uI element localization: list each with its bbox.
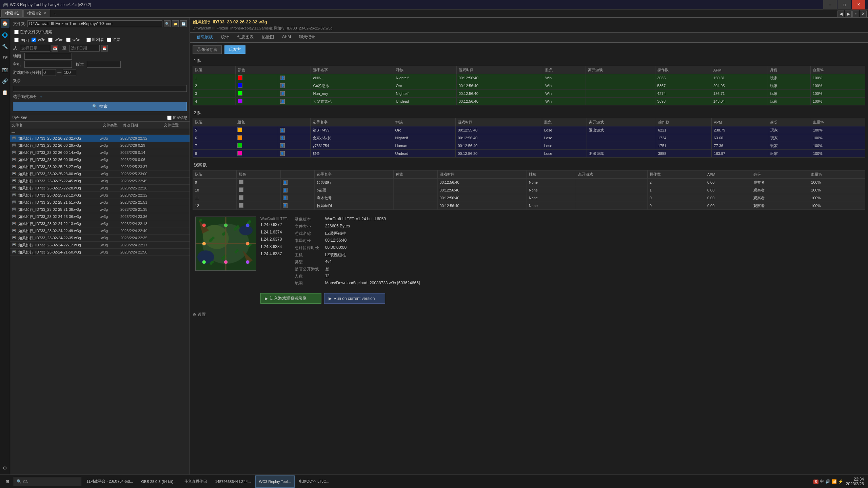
folder-refresh-button[interactable]: 🔄 (180, 20, 187, 27)
maximize-button[interactable]: □ (837, 0, 851, 9)
w3g-checkbox[interactable] (32, 38, 36, 42)
file-list-item[interactable]: 🎮 如风如行_ID733_23-02-24-23-36.w3g .w3g 202… (10, 213, 190, 220)
table-row[interactable]: 11 👤 麻木七号 00:12:56:40 None 0 0.00 观察者 10… (193, 194, 865, 202)
taskbar-item[interactable]: 斗鱼直播伴侣 (181, 475, 211, 488)
minimize-button[interactable]: ─ (823, 0, 837, 9)
table-row[interactable]: 12 👤 拉风deDH 00:12:56:40 None 0 0.00 观察者 … (193, 202, 865, 210)
right-tab-热量图[interactable]: 热量图 (258, 33, 278, 42)
nav-close-button[interactable]: ✕ (860, 11, 867, 17)
right-tab-动态图表[interactable]: 动态图表 (233, 33, 258, 42)
date-from-input[interactable] (20, 45, 50, 52)
nav-home-button[interactable]: ↕ (852, 11, 859, 17)
file-list-item[interactable]: 🎮 如风如行_ID733_23-02-26-00-29.w3g .w3g 202… (10, 142, 190, 149)
duration-min-input[interactable] (42, 69, 56, 76)
table-row[interactable]: 2 👤 Gu乙恩冰 Orc 00:12:56:40 Win 5367 204.9… (193, 82, 865, 90)
red-checkbox-label[interactable]: 红票 (107, 37, 120, 43)
taskbar-item[interactable]: WC3 Replay Tool... (255, 475, 295, 488)
tab-close-icon[interactable]: ✕ (43, 11, 46, 16)
table-row[interactable]: 3 👤 Nun_nuy Nightelf 00:12:56:40 Win 427… (193, 90, 865, 98)
winner-checkbox-label[interactable]: 胜利者 (86, 37, 104, 43)
nav-next-button[interactable]: ▶ (845, 11, 852, 17)
file-list-item[interactable]: 🎮 如风如行_ID733_23-02-25-22-12.w3g .w3g 202… (10, 192, 190, 199)
taskbar-item[interactable]: 电信QC>>·LT3C... (295, 475, 333, 488)
file-list-item[interactable]: — (10, 129, 190, 135)
taskbar-item[interactable]: 11对战平台 - 2.6.0 (64-bit)... (83, 475, 137, 488)
sub-tab-recorder[interactable]: 录像保存者 (193, 45, 222, 54)
file-list-item[interactable]: 🎮 如风如行_ID733_23-02-25-23-27.w3g .w3g 202… (10, 163, 190, 170)
date-to-picker[interactable]: 📅 (101, 45, 108, 52)
subdir-checkbox-label[interactable]: 在子文件夹中搜索 (14, 29, 52, 35)
browse-button[interactable]: 🔍 (164, 20, 171, 27)
table-row[interactable]: 1 👤 oNiN_ Nightelf 00:12:56:40 Win 3035 … (193, 74, 865, 82)
file-list-item[interactable]: 🎮 如风如行_ID733_23-02-24-21-50.w3g .w3g 202… (10, 249, 190, 256)
tab-search-1[interactable]: 搜索 #1 (1, 9, 23, 17)
file-list-item[interactable]: 🎮 如风如行_ID733_23-02-26-22-32.w3g .w3g 202… (10, 135, 190, 142)
file-list-item[interactable]: 🎮 如风如行_ID733_23-02-24-22-17.w3g .w3g 202… (10, 242, 190, 249)
file-list-item[interactable]: 🎮 如风如行_ID733_23-02-24-22-49.w3g .w3g 202… (10, 227, 190, 235)
close-button[interactable]: ✕ (852, 0, 865, 9)
add-filter-button[interactable]: + (40, 95, 42, 99)
date-from-picker[interactable]: 📅 (52, 45, 58, 52)
nav-tools[interactable]: 🔧 (1, 42, 9, 51)
file-list-item[interactable]: 🎮 如风如行_ID733_23-02-26-00-06.w3g .w3g 202… (10, 156, 190, 163)
w3m-checkbox-label[interactable]: .w3m (48, 37, 63, 43)
taskbar-search[interactable]: 🔍 CN (14, 477, 81, 486)
table-row[interactable]: 5 👤 箱BT7499 Orc 00:12:55:40 Lose 退出游戏 62… (193, 126, 865, 134)
mpq-checkbox[interactable] (14, 38, 19, 42)
right-tab-聊天记录[interactable]: 聊天记录 (295, 33, 319, 42)
table-row[interactable]: 10 👤 b选票 00:12:56:40 None 1 0.00 观察者 100… (193, 186, 865, 194)
table-row[interactable]: 6 👤 盒家小队长 Nightelf 00:12:56:40 Lose 1724… (193, 134, 865, 142)
tab-search-2[interactable]: 搜索 #2 ✕ (23, 9, 51, 17)
subdir-checkbox[interactable] (14, 30, 19, 34)
version-input[interactable] (87, 61, 121, 68)
nav-settings[interactable]: ⚙ (1, 464, 9, 472)
taskbar-item[interactable]: 14579668644-LZ44... (211, 475, 254, 488)
winner-checkbox[interactable] (86, 38, 91, 42)
file-list-item[interactable]: 🎮 如风如行_ID733_23-02-26-00-14.w3g .w3g 202… (10, 149, 190, 156)
nav-game-link[interactable]: 🔗 (1, 77, 9, 85)
settings-link[interactable]: ⚙ 设置 (193, 312, 865, 318)
nav-online-replay[interactable]: 🌐 (1, 30, 9, 39)
file-path-input[interactable] (27, 20, 162, 27)
right-tab-APM[interactable]: APM (278, 33, 295, 42)
file-list-item[interactable]: 🎮 如风如行_ID733_23-02-25-21-38.w3g .w3g 202… (10, 206, 190, 213)
nav-local-replay[interactable]: 🏠 (1, 19, 9, 28)
file-list-item[interactable]: 🎮 如风如行_ID733_23-02-24-22-35.w3g .w3g 202… (10, 235, 190, 242)
mpq-checkbox-label[interactable]: .mpq (14, 37, 29, 43)
w3m-checkbox[interactable] (48, 38, 53, 42)
duration-max-input[interactable] (63, 69, 76, 76)
file-list-item[interactable]: 🎮 如风如行_ID733_23-02-25-23-00.w3g .w3g 202… (10, 170, 190, 178)
date-to-input[interactable] (69, 45, 100, 52)
right-tab-信息展板[interactable]: 信息展板 (193, 33, 217, 42)
file-list-item[interactable]: 🎮 如风如行_ID733_23-02-25-22-45.w3g .w3g 202… (10, 178, 190, 185)
w3x-checkbox[interactable] (66, 38, 71, 42)
file-list-item[interactable]: 🎮 如风如行_ID733_23-02-25-22-28.w3g .w3g 202… (10, 185, 190, 192)
nav-opponent-tool[interactable]: 📋 (1, 88, 9, 97)
nav-map[interactable]: 🗺 (1, 54, 9, 62)
nav-prev-button[interactable]: ◀ (837, 11, 844, 17)
table-row[interactable]: 8 👤 群鱼 Undead 00:12:56:20 Lose 退出游戏 3858… (193, 150, 865, 158)
text-record-input[interactable] (13, 85, 187, 92)
map-input[interactable] (24, 53, 72, 60)
search-button[interactable]: 🔍 搜索 (13, 102, 187, 111)
run-current-version-button[interactable]: ▶ Run on current version (324, 293, 385, 304)
file-list-item[interactable]: 🎮 如风如行_ID733_23-02-24-22-13.w3g .w3g 202… (10, 220, 190, 227)
table-row[interactable]: 9 👤 如风如行 00:12:56:40 None 2 0.00 观察者 100… (193, 179, 865, 186)
file-list-item[interactable]: 🎮 如风如行_ID733_23-02-25-21-51.w3g .w3g 202… (10, 199, 190, 206)
folder-open-button[interactable]: 📁 (172, 20, 179, 27)
expand-info-checkbox[interactable] (167, 116, 172, 120)
taskbar-item[interactable]: OBS 28.0.3 (64-bit)... (138, 475, 180, 488)
w3x-checkbox-label[interactable]: .w3x (66, 37, 80, 43)
start-button[interactable]: ⊞ (1, 475, 14, 488)
w3g-checkbox-label[interactable]: .w3g (32, 37, 45, 43)
right-tab-统计[interactable]: 统计 (217, 33, 233, 42)
enter-observer-button[interactable]: ▶ 进入游戏观察者录像 (260, 293, 321, 304)
language-button[interactable]: S (813, 480, 818, 484)
table-row[interactable]: 4 👤 大梦难觉苑 Undead 00:12:56:40 Win 3693 14… (193, 98, 865, 105)
host-input[interactable] (24, 61, 72, 68)
sub-tab-friends[interactable]: 玩友方 (224, 45, 245, 54)
tab-add-button[interactable]: + (52, 11, 58, 17)
red-checkbox[interactable] (107, 38, 111, 42)
expand-info-checkbox-label[interactable]: 扩展信息 (167, 115, 188, 120)
nav-screenshot[interactable]: 📷 (1, 65, 9, 74)
